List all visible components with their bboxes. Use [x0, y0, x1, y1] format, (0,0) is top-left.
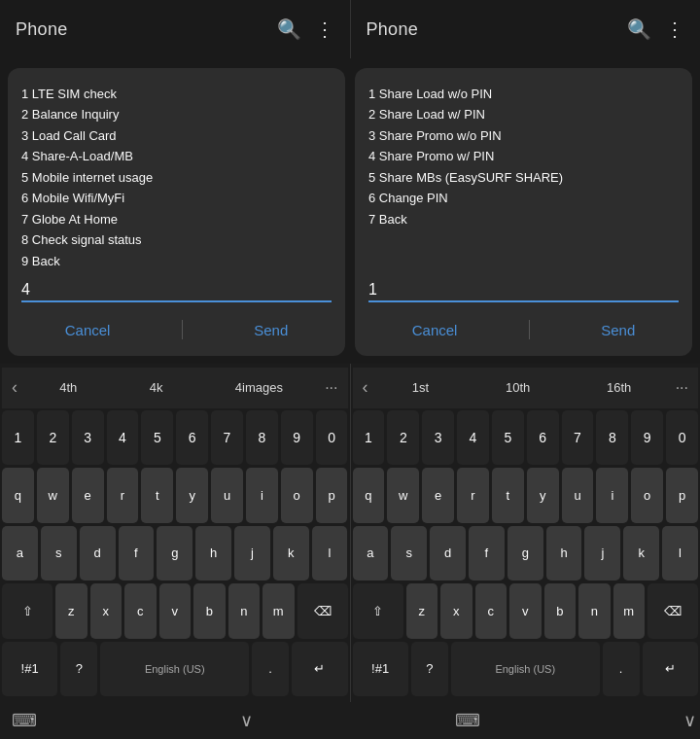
left-search-icon[interactable]: 🔍 [277, 18, 301, 41]
letter-key[interactable]: b [544, 583, 577, 638]
number-key[interactable]: 2 [387, 410, 419, 465]
question-key[interactable]: ? [60, 642, 97, 696]
letter-key[interactable]: i [596, 468, 628, 522]
period-key[interactable]: . [252, 642, 289, 696]
number-key[interactable]: 3 [72, 410, 104, 465]
number-key[interactable]: 2 [37, 410, 69, 465]
shift-key[interactable]: ⇧ [2, 583, 52, 638]
letter-key[interactable]: j [584, 526, 620, 581]
number-key[interactable]: 5 [141, 410, 173, 465]
special-chars-key[interactable]: !#1 [353, 642, 408, 696]
number-key[interactable]: 1 [353, 410, 385, 465]
shift-key[interactable]: ⇧ [353, 583, 403, 638]
letter-key[interactable]: w [387, 468, 419, 522]
letter-key[interactable]: b [193, 583, 226, 638]
letter-key[interactable]: p [316, 468, 348, 522]
period-key[interactable]: . [603, 642, 640, 696]
letter-key[interactable]: o [631, 468, 663, 522]
right-cancel-button[interactable]: Cancel [397, 316, 473, 344]
enter-key[interactable]: ↵ [292, 642, 347, 696]
number-key[interactable]: 3 [422, 410, 454, 465]
left-input[interactable] [21, 281, 332, 299]
letter-key[interactable]: q [2, 468, 34, 522]
letter-key[interactable]: u [562, 468, 594, 522]
letter-key[interactable]: m [613, 583, 646, 638]
right-search-icon[interactable]: 🔍 [627, 18, 651, 41]
number-key[interactable]: 7 [211, 410, 243, 465]
number-key[interactable]: 0 [666, 410, 698, 465]
letter-key[interactable]: k [273, 526, 309, 581]
number-key[interactable]: 7 [562, 410, 594, 465]
letter-key[interactable]: x [440, 583, 472, 638]
left-send-button[interactable]: Send [238, 316, 303, 344]
letter-key[interactable]: u [211, 468, 243, 522]
collapse-button[interactable]: ∨ [240, 710, 253, 731]
right-more-icon[interactable]: ⋮ [665, 18, 684, 41]
left-suggestion-1[interactable]: 4th [53, 376, 83, 399]
letter-key[interactable]: y [527, 468, 559, 522]
letter-key[interactable]: e [72, 468, 104, 522]
letter-key[interactable]: d [430, 526, 466, 581]
letter-key[interactable]: z [406, 583, 438, 638]
right-suggestion-1[interactable]: 1st [406, 376, 435, 399]
left-prev-suggestion-button[interactable]: ‹ [6, 373, 23, 402]
number-key[interactable]: 5 [492, 410, 524, 465]
letter-key[interactable]: h [195, 526, 231, 581]
question-key[interactable]: ? [411, 642, 448, 696]
letter-key[interactable]: r [107, 468, 139, 522]
letter-key[interactable]: p [666, 468, 698, 522]
number-key[interactable]: 9 [631, 410, 663, 465]
letter-key[interactable]: d [80, 526, 116, 581]
left-suggestion-2[interactable]: 4k [144, 376, 169, 399]
letter-key[interactable]: v [509, 583, 542, 638]
letter-key[interactable]: g [508, 526, 543, 581]
space-key[interactable]: English (US) [451, 642, 600, 696]
right-collapse-button[interactable]: ∨ [683, 710, 696, 731]
number-key[interactable]: 8 [596, 410, 628, 465]
right-more-suggestions-button[interactable]: ··· [670, 375, 694, 401]
left-cancel-button[interactable]: Cancel [50, 316, 126, 344]
letter-key[interactable]: m [262, 583, 295, 638]
letter-key[interactable]: t [141, 468, 173, 522]
letter-key[interactable]: c [475, 583, 508, 638]
letter-key[interactable]: q [353, 468, 385, 522]
number-key[interactable]: 4 [107, 410, 139, 465]
number-key[interactable]: 6 [527, 410, 559, 465]
left-more-icon[interactable]: ⋮ [315, 18, 334, 41]
letter-key[interactable]: s [391, 526, 427, 581]
backspace-key[interactable]: ⌫ [298, 583, 348, 638]
special-chars-key[interactable]: !#1 [2, 642, 57, 696]
letter-key[interactable]: l [312, 526, 348, 581]
right-keyboard-icon[interactable]: ⌨ [447, 706, 488, 735]
number-key[interactable]: 9 [281, 410, 313, 465]
letter-key[interactable]: a [353, 526, 389, 581]
right-suggestion-2[interactable]: 10th [500, 376, 536, 399]
right-send-button[interactable]: Send [585, 316, 650, 344]
right-input[interactable] [368, 281, 679, 299]
enter-key[interactable]: ↵ [643, 642, 698, 696]
right-suggestion-3[interactable]: 16th [601, 376, 637, 399]
letter-key[interactable]: g [157, 526, 192, 581]
letter-key[interactable]: k [623, 526, 659, 581]
letter-key[interactable]: x [90, 583, 122, 638]
number-key[interactable]: 0 [316, 410, 348, 465]
number-key[interactable]: 6 [176, 410, 208, 465]
letter-key[interactable]: f [469, 526, 505, 581]
left-more-suggestions-button[interactable]: ··· [319, 375, 343, 401]
letter-key[interactable]: w [37, 468, 69, 522]
letter-key[interactable]: t [492, 468, 524, 522]
letter-key[interactable]: c [124, 583, 157, 638]
letter-key[interactable]: n [228, 583, 261, 638]
right-prev-suggestion-button[interactable]: ‹ [357, 373, 374, 402]
letter-key[interactable]: v [159, 583, 192, 638]
left-keyboard-icon[interactable]: ⌨ [4, 706, 45, 735]
number-key[interactable]: 1 [2, 410, 34, 465]
letter-key[interactable]: a [2, 526, 38, 581]
letter-key[interactable]: l [662, 526, 698, 581]
letter-key[interactable]: h [546, 526, 582, 581]
number-key[interactable]: 4 [457, 410, 489, 465]
letter-key[interactable]: z [55, 583, 88, 638]
space-key[interactable]: English (US) [100, 642, 249, 696]
letter-key[interactable]: s [41, 526, 77, 581]
letter-key[interactable]: n [578, 583, 611, 638]
